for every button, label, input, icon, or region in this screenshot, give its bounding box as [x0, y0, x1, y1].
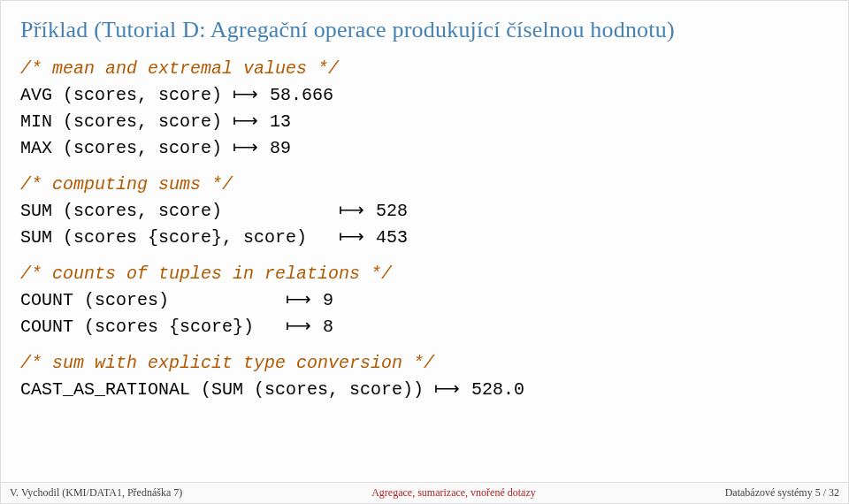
eval-arrow-icon: ⟼	[434, 378, 461, 398]
code-line-min: MIN (scores, score) ⟼ 13	[20, 108, 829, 134]
eval-arrow-icon: ⟼	[339, 200, 365, 219]
expr: COUNT (scores)	[20, 290, 275, 310]
footer-author: V. Vychodil (KMI/DATA1, Přednáška 7)	[10, 486, 182, 500]
eval-arrow-icon: ⟼	[286, 316, 312, 335]
result: 453	[365, 227, 408, 248]
code-line-sum2: SUM (scores {score}, score) ⟼ 453	[20, 224, 829, 250]
expr: AVG (scores, score)	[20, 85, 222, 105]
eval-arrow-icon: ⟼	[339, 226, 365, 246]
expr: MAX (scores, score)	[20, 138, 222, 158]
code-line-avg: AVG (scores, score) ⟼ 58.666	[20, 81, 829, 108]
result: 13	[259, 111, 291, 132]
comment-mean-extremal: /* mean and extremal values */	[20, 56, 829, 81]
result: 528	[365, 201, 408, 221]
result: 89	[259, 138, 291, 158]
expr: SUM (scores {score}, score)	[20, 227, 328, 248]
comment-sums: /* computing sums */	[20, 172, 829, 197]
code-line-count1: COUNT (scores) ⟼ 9	[20, 286, 829, 313]
eval-arrow-icon: ⟼	[233, 137, 259, 157]
footer-page: Databázové systémy 5 / 32	[725, 486, 839, 500]
expr: SUM (scores, score)	[20, 201, 328, 221]
slide-title: Příklad (Tutorial D: Agregační operace p…	[20, 17, 829, 43]
expr: MIN (scores, score)	[20, 111, 222, 132]
eval-arrow-icon: ⟼	[233, 84, 259, 103]
expr: COUNT (scores {score})	[20, 317, 275, 337]
result: 9	[312, 290, 333, 310]
code-block: /* mean and extremal values */ AVG (scor…	[20, 56, 829, 402]
comment-typeconv: /* sum with explicit type conversion */	[20, 350, 829, 376]
slide: Příklad (Tutorial D: Agregační operace p…	[1, 1, 848, 402]
code-line-count2: COUNT (scores {score}) ⟼ 8	[20, 313, 829, 340]
eval-arrow-icon: ⟼	[286, 289, 312, 309]
expr: CAST_AS_RATIONAL (SUM (scores, score))	[20, 379, 424, 400]
result: 8	[312, 317, 333, 337]
result: 528.0	[461, 379, 524, 400]
code-line-max: MAX (scores, score) ⟼ 89	[20, 134, 829, 161]
comment-counts: /* counts of tuples in relations */	[20, 261, 829, 286]
code-line-sum1: SUM (scores, score) ⟼ 528	[20, 197, 829, 224]
code-line-cast: CAST_AS_RATIONAL (SUM (scores, score)) ⟼…	[20, 376, 829, 402]
footer: V. Vychodil (KMI/DATA1, Přednáška 7) Agr…	[1, 482, 848, 503]
result: 58.666	[259, 85, 333, 105]
footer-topic: Agregace, sumarizace, vnořené dotazy	[182, 486, 724, 500]
eval-arrow-icon: ⟼	[233, 111, 259, 130]
